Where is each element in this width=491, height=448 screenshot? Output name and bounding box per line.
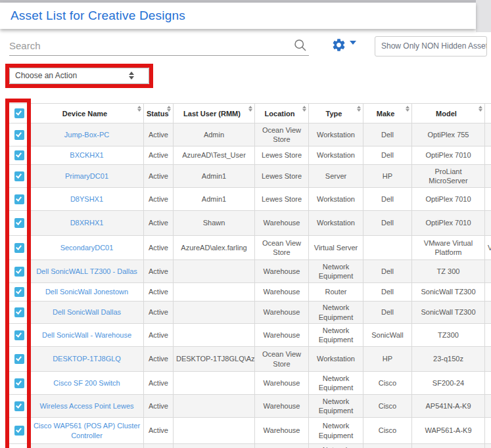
- cell-model: SonicWall TZ300: [412, 283, 485, 302]
- asset-list-screen: Asset List for Creative Designs Show Onl…: [0, 0, 491, 448]
- row-checkbox[interactable]: [14, 426, 24, 436]
- cell-last-user: [174, 324, 255, 347]
- device-name-link[interactable]: PrimaryDC01: [30, 165, 144, 188]
- sort-icon[interactable]: [479, 106, 482, 112]
- device-name-link[interactable]: Dell SonicWall - Warehouse: [30, 324, 144, 347]
- row-checkbox[interactable]: [14, 243, 24, 253]
- page-background-gutter: [476, 0, 491, 32]
- sort-icon[interactable]: [137, 106, 141, 112]
- device-name-link[interactable]: Wireless Access Point Lewes: [30, 395, 144, 418]
- page-title: Asset List for Creative Designs: [11, 9, 185, 23]
- row-checkbox[interactable]: [14, 307, 24, 317]
- cell-location: Ocean View Store: [255, 347, 309, 372]
- row-checkbox-cell: [9, 260, 30, 283]
- cell-location: Warehouse: [255, 324, 309, 347]
- header-status[interactable]: Status: [144, 104, 174, 123]
- gear-icon: [331, 37, 346, 53]
- header-label: Device Name: [62, 110, 108, 118]
- checkmark-icon: [16, 109, 22, 115]
- table-row: Dell SonicWall Jonestown Active Warehous…: [9, 283, 491, 302]
- table-row: Dell SonicWall - Warehouse Active Wareho…: [9, 324, 491, 347]
- sort-icon[interactable]: [406, 106, 409, 112]
- sort-icon[interactable]: [302, 106, 306, 112]
- cell-type: Network Equipment: [309, 418, 363, 444]
- cell-make: Cisco: [363, 372, 412, 395]
- cell-location: Warehouse: [255, 302, 309, 324]
- table-row: SecondaryDC01 Active AzureAD\alex.farlin…: [9, 236, 491, 260]
- cell-location: Lewes Store: [255, 146, 309, 165]
- table-row: Cisco WAP561 (Device AP) Active Warehous…: [9, 444, 491, 448]
- cell-last-user: [174, 283, 255, 302]
- row-checkbox-cell: [9, 324, 30, 347]
- device-name-link[interactable]: Cisco SF 200 Switch: [30, 372, 144, 395]
- asset-visibility-filter[interactable]: Show Only NON Hidden Assets: [375, 36, 487, 56]
- cell-model: WAP561-A-K9: [412, 418, 485, 444]
- cell-type: Workstation: [309, 347, 363, 372]
- device-name-link[interactable]: D8YSHX1: [30, 188, 144, 211]
- device-name-link[interactable]: Dell SonicWall Jonestown: [30, 283, 144, 302]
- header-last-user[interactable]: Last User (RMM): [174, 104, 255, 123]
- checkmark-icon: [16, 244, 22, 250]
- device-name-link[interactable]: DESKTOP-1TJ8GLQ: [30, 347, 144, 372]
- table-row: D8YSHX1 Active Admin1 Lewes Store Workst…: [9, 188, 491, 211]
- cell-status: Active: [144, 283, 174, 302]
- row-checkbox[interactable]: [14, 130, 24, 140]
- search-input[interactable]: [9, 37, 292, 54]
- cell-make: Dell: [363, 211, 412, 236]
- cell-type: Server: [309, 165, 363, 188]
- device-name-link[interactable]: D8XRHX1: [30, 211, 144, 236]
- device-name-link[interactable]: Dell SonicWALL TZ300 - Dallas: [30, 260, 144, 283]
- checkmark-icon: [16, 131, 22, 137]
- row-checkbox[interactable]: [14, 287, 24, 297]
- cell-make: Cisco: [363, 418, 412, 444]
- header-type[interactable]: Type: [309, 104, 363, 123]
- header-model[interactable]: Model: [412, 104, 485, 123]
- choose-an-action-select[interactable]: Choose an Action: [9, 68, 149, 84]
- cell-status: Active: [144, 236, 174, 260]
- sort-icon[interactable]: [248, 106, 252, 112]
- cell-status: Active: [144, 188, 174, 211]
- header-device-name[interactable]: Device Name: [30, 104, 144, 123]
- cell-make: Cisco: [363, 444, 412, 448]
- row-checkbox[interactable]: [14, 401, 24, 411]
- header-make[interactable]: Make: [363, 104, 412, 123]
- checkmark-icon: [16, 195, 22, 201]
- header-label: Type: [326, 110, 342, 118]
- row-checkbox-cell: [9, 211, 30, 236]
- row-checkbox-cell: [9, 123, 30, 146]
- row-checkbox[interactable]: [14, 378, 24, 388]
- sort-icon[interactable]: [357, 106, 361, 112]
- cell-last-user: [174, 444, 255, 448]
- row-checkbox[interactable]: [14, 150, 24, 160]
- device-name-link[interactable]: Dell SonicWall Dallas: [30, 302, 144, 324]
- cell-type: Network Equipment: [309, 260, 363, 283]
- device-name-link[interactable]: Jump-Box-PC: [30, 123, 144, 146]
- cell-type: Network Equipment: [309, 302, 363, 324]
- cell-type: Router: [309, 283, 363, 302]
- cell-clipped: [485, 444, 491, 448]
- cell-make: [363, 236, 412, 260]
- checkmark-icon: [16, 288, 22, 294]
- select-all-checkbox[interactable]: [14, 108, 24, 118]
- cell-model: 23-q150z: [412, 347, 485, 372]
- row-checkbox[interactable]: [14, 171, 24, 181]
- settings-menu-button[interactable]: [331, 37, 356, 53]
- device-name-link[interactable]: Cisco WAP561 (Device AP): [30, 444, 144, 448]
- row-checkbox[interactable]: [14, 354, 24, 364]
- cell-status: Active: [144, 418, 174, 444]
- row-checkbox[interactable]: [14, 330, 24, 340]
- header-location[interactable]: Location: [255, 104, 309, 123]
- cell-location: Warehouse: [255, 283, 309, 302]
- search-icon[interactable]: [294, 39, 307, 52]
- cell-status: Active: [144, 444, 174, 448]
- checkmark-icon: [16, 427, 22, 433]
- cell-make: Dell: [363, 146, 412, 165]
- row-checkbox[interactable]: [14, 218, 24, 228]
- device-name-link[interactable]: Cisco WAP561 (POS AP) Cluster Controller: [30, 418, 144, 444]
- device-name-link[interactable]: BXCKHX1: [30, 146, 144, 165]
- sort-icon[interactable]: [167, 106, 171, 112]
- device-name-link[interactable]: SecondaryDC01: [30, 236, 144, 260]
- table-row: Dell SonicWall Dallas Active Warehouse N…: [9, 302, 491, 324]
- row-checkbox[interactable]: [14, 194, 24, 204]
- row-checkbox[interactable]: [14, 267, 24, 277]
